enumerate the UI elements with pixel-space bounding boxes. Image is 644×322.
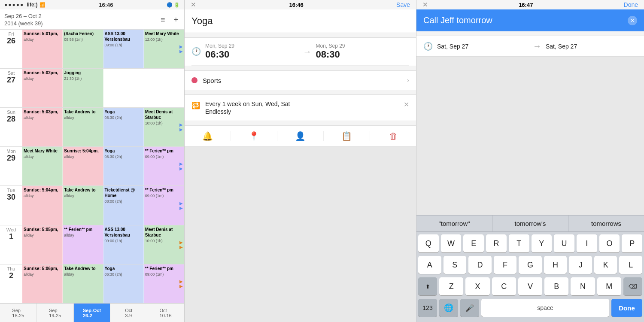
- notes-button[interactable]: 📋: [324, 131, 370, 141]
- alarm-button[interactable]: 🔔: [185, 131, 231, 141]
- key-o[interactable]: O: [599, 234, 620, 252]
- event-title[interactable]: Yoga: [185, 9, 416, 33]
- autocomplete-tomorrows2[interactable]: tomorrows: [568, 216, 644, 231]
- event-yoga-thu2[interactable]: Yoga 06:30 (2h): [103, 264, 144, 303]
- week-tab-sep19[interactable]: Sep19-25: [37, 304, 74, 322]
- autocomplete-tomorrows[interactable]: tomorrow's: [492, 216, 568, 231]
- event-ticketdienst-tue30[interactable]: Ticketdienst @ Home 08:00 (2h): [103, 186, 144, 225]
- num-key[interactable]: 123: [418, 299, 437, 317]
- save-button[interactable]: Save: [396, 1, 410, 8]
- key-k[interactable]: K: [594, 256, 617, 274]
- key-g[interactable]: G: [519, 256, 542, 274]
- calendar-row[interactable]: Sports ›: [185, 71, 416, 90]
- shift-key[interactable]: ⬆: [418, 277, 437, 295]
- week-tab-oct3[interactable]: Oct3-9: [110, 304, 147, 322]
- delete-key[interactable]: ⌫: [623, 277, 642, 295]
- calendar-title: Sep 26 – Oct 2 2014 (week 39): [4, 13, 43, 27]
- key-q[interactable]: Q: [418, 234, 439, 252]
- key-m[interactable]: M: [597, 277, 621, 295]
- key-y[interactable]: Y: [532, 234, 552, 252]
- status-bar-note: ✕ 16:47 Done: [416, 0, 644, 9]
- events-sat27: Sunrise: 5:02pm, allday Jogging 21:30 (1…: [22, 69, 184, 107]
- event-ass-fri26[interactable]: ASS 13.00 Versionsbau 09:00 (1h): [103, 30, 144, 68]
- carrier-label: life:): [27, 2, 37, 8]
- key-j[interactable]: J: [569, 256, 592, 274]
- key-u[interactable]: U: [554, 234, 574, 252]
- key-l[interactable]: L: [619, 256, 642, 274]
- key-v[interactable]: V: [518, 277, 542, 295]
- key-x[interactable]: X: [465, 277, 489, 295]
- event-sunrise-sun28[interactable]: Sunrise: 5:03pm, allday: [22, 108, 63, 146]
- week-tabs: Sep18-25 Sep19-25 Sep-Oct26-2 Oct3-9 Oct…: [0, 303, 184, 322]
- done-button-note[interactable]: Done: [624, 1, 638, 8]
- close-button-note[interactable]: ✕: [422, 1, 428, 9]
- calendar-panel: ●●●●● life:) 📶 16:46 🔵 🔋 Sep 26 – Oct 2 …: [0, 0, 185, 322]
- event-start-time-row[interactable]: 🕐 Mon, Sep 29 06:30 → Mon, Sep 29 08:30: [185, 38, 416, 65]
- key-c[interactable]: C: [492, 277, 516, 295]
- status-time-note: 16:47: [428, 2, 624, 8]
- event-meet-denis-sun28[interactable]: Meet Denis at Starbuc 10:00 (1h) ▶▶: [144, 108, 184, 146]
- globe-key[interactable]: 🌐: [439, 299, 458, 317]
- autocomplete-quoted[interactable]: "tomorrow": [416, 216, 492, 231]
- location-button[interactable]: 📍: [231, 131, 277, 141]
- week-tab-sep26[interactable]: Sep-Oct26-2: [74, 304, 111, 322]
- event-ferien-thu2[interactable]: ** Ferien** pm 09:00 (1m) ▶▶: [144, 264, 184, 303]
- week-tab-sep18[interactable]: Sep18-25: [0, 304, 37, 322]
- event-ferien-wed1[interactable]: ** Ferien** pm allday: [63, 225, 103, 264]
- key-b[interactable]: B: [544, 277, 568, 295]
- done-key[interactable]: Done: [611, 299, 642, 317]
- bluetooth-icon: 🔵: [167, 2, 173, 8]
- week-tab-oct10[interactable]: Oct10-16: [147, 304, 184, 322]
- event-ferien-tue30[interactable]: ** Ferien** pm 09:00 (1m) ▶▶: [144, 186, 184, 225]
- key-s[interactable]: S: [444, 256, 467, 274]
- calendar-row-mon29: Mon 29 Meet Mary White allday Sunrise: 5…: [0, 146, 184, 185]
- space-key[interactable]: space: [481, 299, 609, 317]
- event-yoga-mon29[interactable]: Yoga 06:30 (2h): [103, 147, 144, 185]
- event-take-andrew-thu2[interactable]: Take Andrew to allday: [63, 264, 103, 303]
- event-meet-mary-mon29[interactable]: Meet Mary White allday: [22, 147, 63, 185]
- event-jogging-sat27[interactable]: Jogging 21:30 (1h): [63, 69, 103, 107]
- key-f[interactable]: F: [494, 256, 517, 274]
- key-i[interactable]: I: [577, 234, 597, 252]
- recur-close-button[interactable]: ✕: [404, 100, 409, 109]
- key-r[interactable]: R: [486, 234, 507, 252]
- key-d[interactable]: D: [468, 256, 492, 274]
- note-clear-button[interactable]: ✕: [628, 16, 637, 25]
- event-meet-mary-fri26[interactable]: Meet Mary White 12:00 (1h) ▶▶: [144, 30, 184, 68]
- event-sunrise-wed1[interactable]: Sunrise: 5:05pm, allday: [22, 225, 63, 264]
- add-event-button[interactable]: +: [172, 15, 180, 24]
- delete-button[interactable]: 🗑: [370, 131, 416, 141]
- key-e[interactable]: E: [463, 234, 484, 252]
- events-tue30: Sunrise: 5:04pm, allday Take Andrew to a…: [22, 186, 184, 225]
- mic-key[interactable]: 🎤: [460, 299, 479, 317]
- event-take-andrew-sun28[interactable]: Take Andrew to allday: [63, 108, 103, 146]
- attendees-button[interactable]: 👤: [277, 131, 324, 141]
- time-divider: [191, 65, 409, 66]
- key-z[interactable]: Z: [439, 277, 463, 295]
- note-date-row[interactable]: 🕐 Sat, Sep 27 → Sat, Sep 27: [416, 36, 644, 56]
- event-sacha-ferien[interactable]: (Sacha Ferien) 08:58 (1m): [63, 30, 103, 68]
- key-p[interactable]: P: [622, 234, 642, 252]
- event-sunrise-thu2[interactable]: Sunrise: 5:06pm, allday: [22, 264, 63, 303]
- key-a[interactable]: A: [418, 256, 441, 274]
- key-t[interactable]: T: [509, 234, 529, 252]
- key-n[interactable]: N: [571, 277, 595, 295]
- note-input[interactable]: [423, 15, 624, 25]
- event-take-andrew-tue30[interactable]: Take Andrew to allday: [63, 186, 103, 225]
- event-sunrise-tue30[interactable]: Sunrise: 5:04pm, allday: [22, 186, 63, 225]
- event-sunrise-fri26[interactable]: Sunrise: 5:01pm, allday: [22, 30, 63, 68]
- event-sunrise-sat27[interactable]: Sunrise: 5:02pm, allday: [22, 69, 63, 107]
- event-yoga-sun28[interactable]: Yoga 06:30 (2h): [103, 108, 144, 146]
- key-w[interactable]: W: [441, 234, 462, 252]
- event-ferien-mon29[interactable]: ** Ferien** pm 09:00 (1m) ▶▶: [144, 147, 184, 185]
- event-empty-sat27-2: [144, 69, 184, 107]
- menu-button[interactable]: ≡: [159, 15, 167, 24]
- event-meet-denis-wed1[interactable]: Meet Denis at Starbuc 10:00 (1h) ▶▶: [144, 225, 184, 264]
- note-date-end: Sat, Sep 27: [546, 43, 637, 50]
- close-button-event[interactable]: ✕: [191, 1, 196, 9]
- key-h[interactable]: H: [544, 256, 567, 274]
- event-sunrise-mon29[interactable]: Sunrise: 5:04pm, allday: [63, 147, 103, 185]
- note-date-start: Sat, Sep 27: [437, 43, 529, 50]
- event-ass-wed1[interactable]: ASS 13.00 Versionsbau 09:00 (1h): [103, 225, 144, 264]
- wifi-icon: 📶: [39, 2, 46, 8]
